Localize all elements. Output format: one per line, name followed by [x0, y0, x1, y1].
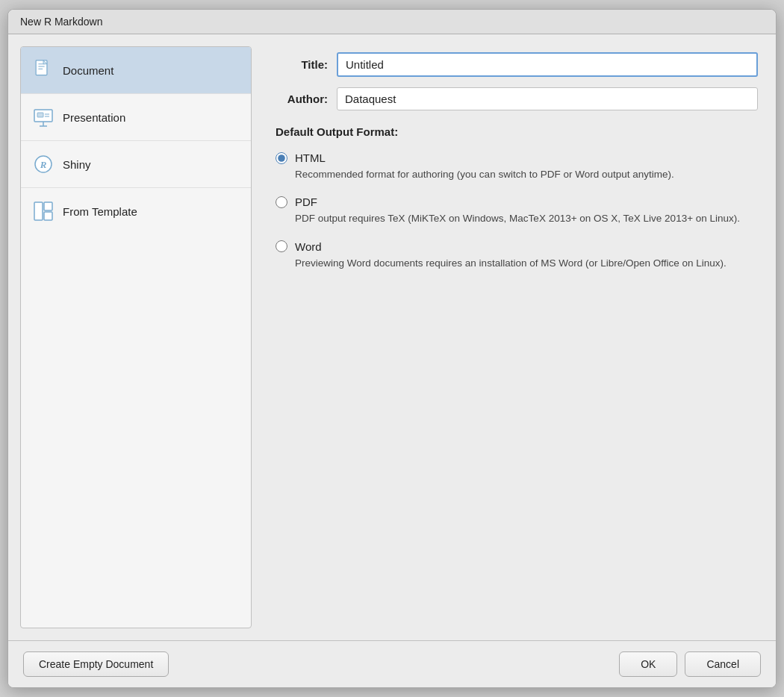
svg-rect-14 — [44, 212, 52, 220]
sidebar-item-label-presentation: Presentation — [63, 111, 125, 124]
html-description: Recommended format for authoring (you ca… — [295, 167, 758, 182]
ok-button[interactable]: OK — [619, 651, 677, 677]
html-label[interactable]: HTML — [295, 151, 326, 164]
sidebar: Document Presentation — [20, 46, 252, 628]
right-content: Title: Author: Default Output Format: HT… — [264, 46, 764, 628]
sidebar-item-shiny[interactable]: R Shiny — [21, 141, 251, 188]
title-row: Title: — [276, 52, 758, 77]
sidebar-item-label-document: Document — [63, 64, 113, 77]
dialog-footer: Create Empty Document OK Cancel — [8, 640, 776, 687]
format-option-word: Word Previewing Word documents requires … — [276, 240, 758, 271]
default-format-label: Default Output Format: — [276, 125, 758, 138]
template-icon — [33, 199, 54, 224]
word-radio[interactable] — [276, 240, 287, 252]
shiny-icon: R — [33, 151, 54, 177]
format-radio-group: HTML Recommended format for authoring (y… — [276, 151, 758, 271]
cancel-button[interactable]: Cancel — [685, 651, 761, 677]
format-option-pdf: PDF PDF output requires TeX (MiKTeX on W… — [276, 196, 758, 226]
footer-right-buttons: OK Cancel — [619, 651, 761, 677]
svg-text:R: R — [40, 159, 47, 170]
sidebar-item-label-shiny: Shiny — [63, 158, 91, 171]
dialog-title: New R Markdown — [8, 10, 776, 34]
format-option-html: HTML Recommended format for authoring (y… — [276, 151, 758, 182]
document-icon — [33, 57, 54, 83]
sidebar-item-presentation[interactable]: Presentation — [21, 94, 251, 141]
html-radio[interactable] — [276, 152, 287, 164]
dialog-body: Document Presentation — [8, 34, 776, 640]
pdf-description: PDF output requires TeX (MiKTeX on Windo… — [295, 211, 758, 226]
pdf-label[interactable]: PDF — [295, 196, 317, 208]
svg-rect-13 — [44, 202, 52, 210]
sidebar-item-document[interactable]: Document — [21, 47, 251, 94]
author-input[interactable] — [337, 87, 758, 110]
sidebar-item-label-from-template: From Template — [63, 205, 137, 218]
word-label[interactable]: Word — [295, 240, 322, 253]
word-description: Previewing Word documents requires an in… — [295, 256, 758, 271]
title-input[interactable] — [337, 52, 758, 77]
svg-rect-12 — [34, 202, 43, 220]
new-rmarkdown-dialog: New R Markdown Document — [7, 9, 777, 688]
svg-rect-7 — [37, 113, 43, 117]
presentation-icon — [33, 104, 54, 130]
author-row: Author: — [276, 87, 758, 110]
pdf-radio[interactable] — [276, 196, 287, 208]
title-label: Title: — [276, 58, 328, 71]
create-empty-document-button[interactable]: Create Empty Document — [23, 651, 169, 677]
author-label: Author: — [276, 93, 328, 105]
sidebar-item-from-template[interactable]: From Template — [21, 188, 251, 234]
